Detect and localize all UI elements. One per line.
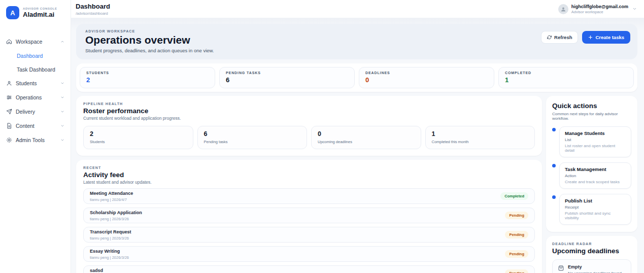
sidebar-item-workspace[interactable]: Workspace xyxy=(0,35,71,49)
hero-actions: Refresh Create tasks xyxy=(541,31,630,44)
metric-label: Students xyxy=(90,140,187,144)
brand-console-label: ADVISOR CONSOLE xyxy=(23,7,57,11)
chevron-down-icon xyxy=(60,138,64,142)
stat-label: STUDENTS xyxy=(86,71,209,75)
chevron-down-icon xyxy=(60,81,64,85)
create-tasks-button[interactable]: Create tasks xyxy=(582,31,630,44)
bullet-dot-icon xyxy=(552,195,556,199)
activity-item-title: Meeting Attendance xyxy=(90,191,133,196)
quick-action-desc: Create and track scoped tasks xyxy=(565,180,626,184)
gear-icon xyxy=(6,137,12,143)
topbar-left: Dashboard /advisor/dashboard xyxy=(76,3,110,16)
refresh-icon xyxy=(547,35,552,40)
quick-action-desc: List roster and open student detail xyxy=(565,144,626,153)
stat-students: STUDENTS 2 xyxy=(80,67,215,88)
activity-item[interactable]: Transcript Request tianru peng | 2026/3/… xyxy=(83,227,535,243)
sidebar-item-label: Content xyxy=(16,123,35,129)
home-icon xyxy=(6,39,12,45)
stat-label: DEADLINES xyxy=(365,71,488,75)
activity-item-title: Transcript Request xyxy=(90,229,131,234)
user-role: Advisor workspace xyxy=(571,10,628,14)
deadline-radar-title: Upcoming deadlines xyxy=(552,247,631,255)
chevron-up-icon xyxy=(60,40,64,44)
user-menu[interactable]: highcliffglobe@gmail.com Advisor workspa… xyxy=(558,4,637,14)
sliders-icon xyxy=(6,94,12,100)
quick-action-manage-students[interactable]: Manage Students List List roster and ope… xyxy=(552,126,631,157)
activity-item-meta: tianru peng | 2026/3/26 xyxy=(90,217,142,221)
sidebar-item-label: Operations xyxy=(16,94,42,100)
activity-item-meta: tianru peng | 2026/4/7 xyxy=(90,197,133,202)
sidebar-nav: Workspace Dashboard Task Dashboard Stude… xyxy=(0,26,71,147)
sidebar-item-students[interactable]: Students xyxy=(0,76,71,90)
create-tasks-button-label: Create tasks xyxy=(595,35,624,40)
activity-item-text: Meeting Attendance tianru peng | 2026/4/… xyxy=(90,191,133,202)
metric-value: 1 xyxy=(432,130,529,138)
stats-strip: STUDENTS 2 PENDING TASKS 6 DEADLINES 0 C… xyxy=(76,63,637,92)
activity-item-title: Scholarship Application xyxy=(90,210,142,215)
roster-performance-card: PIPELINE HEALTH Roster performance Curre… xyxy=(76,96,542,156)
quick-action-publish-list[interactable]: Publish List Receipt Publish shortlist a… xyxy=(552,194,631,225)
chevron-down-icon xyxy=(60,95,64,99)
metric-value: 6 xyxy=(204,130,301,138)
status-badge: Pending xyxy=(505,250,528,258)
activity-item[interactable]: Essay Writing tianru peng | 2026/3/26 Pe… xyxy=(83,246,535,262)
user-info: highcliffglobe@gmail.com Advisor workspa… xyxy=(571,4,628,14)
send-icon xyxy=(6,109,12,115)
metric-students: 2 Students xyxy=(83,126,193,149)
sidebar-item-delivery[interactable]: Delivery xyxy=(0,105,71,119)
stat-value: 6 xyxy=(226,76,348,84)
avatar xyxy=(558,4,568,14)
metric-label: Upcoming deadlines xyxy=(318,140,415,144)
left-column: PIPELINE HEALTH Roster performance Curre… xyxy=(76,96,542,273)
sidebar-item-dashboard[interactable]: Dashboard xyxy=(0,49,71,62)
sidebar-item-task-dashboard[interactable]: Task Dashboard xyxy=(0,62,71,76)
empty-state-desc: No upcoming deadlines found. xyxy=(568,271,623,273)
refresh-button[interactable]: Refresh xyxy=(541,31,578,44)
roster-eyebrow: PIPELINE HEALTH xyxy=(83,102,535,106)
quick-actions-title: Quick actions xyxy=(552,102,631,110)
quick-actions-subtitle: Common next steps for daily advisor work… xyxy=(552,112,631,121)
quick-action-task-management[interactable]: Task Management Action Create and track … xyxy=(552,162,631,189)
chevron-down-icon xyxy=(60,124,64,128)
sidebar-item-admin-tools[interactable]: Admin Tools xyxy=(0,133,71,147)
activity-item-text: sadsd tianru peng | 2026/3/26 xyxy=(90,268,129,273)
sidebar-item-operations[interactable]: Operations xyxy=(0,90,71,105)
activity-eyebrow: RECENT xyxy=(83,166,535,169)
hero-banner: ADVISOR WORKSPACE Operations overview St… xyxy=(76,24,637,59)
quick-action-title: Publish List xyxy=(565,198,626,203)
brand[interactable]: A ADVISOR CONSOLE Aladmit.ai xyxy=(0,0,71,26)
roster-title: Roster performance xyxy=(83,107,535,115)
quick-action-title: Manage Students xyxy=(565,130,626,136)
status-badge: Pending xyxy=(505,212,528,219)
file-icon xyxy=(6,123,12,129)
plus-icon xyxy=(588,35,593,40)
activity-item[interactable]: sadsd tianru peng | 2026/3/26 Pending xyxy=(83,265,535,273)
activity-item-text: Scholarship Application tianru peng | 20… xyxy=(90,210,142,221)
roster-metrics: 2 Students 6 Pending tasks 0 Upcoming de… xyxy=(83,126,535,149)
chevron-down-icon xyxy=(60,110,64,114)
stat-pending-tasks: PENDING TASKS 6 xyxy=(219,67,355,88)
quick-action-desc: Publish shortlist and sync visibility xyxy=(565,211,626,220)
activity-item[interactable]: Scholarship Application tianru peng | 20… xyxy=(83,208,535,223)
bullet-dot-icon xyxy=(552,128,556,131)
quick-action-box: Manage Students List List roster and ope… xyxy=(559,126,631,157)
sidebar-item-label: Students xyxy=(16,80,37,86)
stat-value: 2 xyxy=(86,76,209,84)
hero-text: ADVISOR WORKSPACE Operations overview St… xyxy=(85,29,214,53)
activity-item-title: Essay Writing xyxy=(90,249,129,254)
sidebar-item-content[interactable]: Content xyxy=(0,119,71,133)
activity-item-title: sadsd xyxy=(90,268,129,273)
hero-subtitle: Student progress, deadlines, and action … xyxy=(85,48,214,53)
page-title: Dashboard xyxy=(76,3,110,10)
brand-logo-letter: A xyxy=(10,9,15,17)
quick-action-title: Task Management xyxy=(565,166,626,172)
hero-eyebrow: ADVISOR WORKSPACE xyxy=(85,29,214,33)
quick-action-box: Task Management Action Create and track … xyxy=(559,162,631,189)
person-icon xyxy=(560,6,566,12)
right-column: Quick actions Common next steps for dail… xyxy=(546,96,637,273)
quick-action-kind: Receipt xyxy=(565,205,626,210)
activity-item-text: Essay Writing tianru peng | 2026/3/26 xyxy=(90,249,129,260)
quick-action-box: Publish List Receipt Publish shortlist a… xyxy=(559,194,631,225)
activity-item[interactable]: Meeting Attendance tianru peng | 2026/4/… xyxy=(83,188,535,204)
archive-box-icon xyxy=(558,265,564,271)
